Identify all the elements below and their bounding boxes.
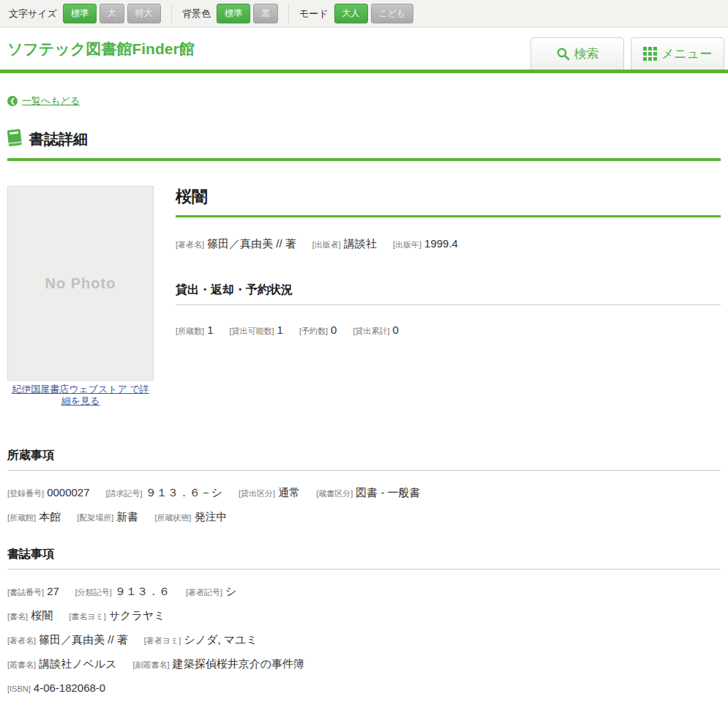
biblio-value: シ [225, 584, 236, 599]
search-icon [556, 47, 570, 61]
font-size-option-button[interactable]: 標準 [63, 4, 97, 23]
font-size-options: 標準 大 特大 [63, 4, 161, 23]
book-icon [7, 128, 23, 150]
kinokuniya-store-link[interactable]: 紀伊国屋書店ウェブストア で詳細を見る [7, 384, 154, 407]
mode-label: モード [299, 7, 329, 20]
no-photo-text: No Photo [45, 275, 116, 292]
site-title: ソフテック図書館Finder館 [7, 39, 195, 59]
status-label: [予約数] [299, 324, 328, 338]
book-title: 桜闇 [176, 186, 721, 208]
biblio-value: 講談社ノベルス [39, 657, 116, 671]
biblio-label: [著者名] [7, 633, 36, 648]
biblio-value: ９１３．６ [115, 584, 170, 599]
mode-option-button[interactable]: こども [371, 4, 414, 23]
accessibility-toolbar: 文字サイズ 標準 大 特大 背景色 標準 黒 モード 大人 [0, 0, 728, 28]
biblio-section-title: 書誌事項 [7, 547, 721, 570]
page-title: 書誌詳細 [29, 130, 88, 149]
biblio-section: 書誌事項 [書誌番号] 27 [分類記号] ９１３．６ [著者記号] シ [書名… [7, 547, 721, 702]
biblio-pair: [書誌番号] 27 [7, 584, 59, 600]
holding-section-title: 所蔵事項 [7, 448, 721, 471]
font-size-option-button[interactable]: 大 [100, 4, 124, 23]
background-color-group: 背景色 標準 黒 [182, 4, 278, 23]
meta-pair: [出版者] 講談社 [312, 236, 377, 252]
menu-button[interactable]: メニュー [631, 37, 724, 70]
holding-section: 所蔵事項 [登録番号] 0000027 [請求記号] ９１３．６－シ [貸出区分… [7, 448, 721, 525]
menu-icon [643, 47, 657, 61]
holding-label: [登録番号] [7, 486, 44, 501]
holding-pair: [貸出区分] 通常 [239, 485, 300, 501]
search-button-label: 検索 [574, 45, 599, 62]
meta-value: 講談社 [344, 236, 377, 251]
holding-label: [配架場所] [77, 510, 113, 525]
holding-label: [貸出区分] [239, 486, 275, 501]
meta-label: [出版者] [312, 237, 341, 252]
holding-value: 新書 [116, 509, 138, 524]
status-label: [貸出可能数] [229, 324, 274, 338]
status-pair: [貸出累計] 0 [353, 323, 398, 338]
status-pair: [貸出可能数] 1 [229, 323, 282, 338]
status-label: [貸出累計] [353, 324, 389, 338]
holding-value: ９１３．６－シ [146, 485, 222, 500]
holding-pair: [所蔵館] 本館 [7, 509, 61, 525]
book-title-rule [176, 215, 721, 217]
biblio-label: [分類記号] [75, 585, 112, 600]
back-to-list-link[interactable]: 一覧へもどる [22, 94, 80, 108]
holding-value: 図書 - 一般書 [356, 485, 420, 500]
book-meta-row: [著者名] 篠田／真由美 // 著 [出版者] 講談社 [出版年] 1999.4 [176, 236, 721, 252]
back-arrow-icon: ❮ [7, 96, 18, 106]
biblio-value: シノダ, マユミ [184, 632, 257, 647]
biblio-label: [著者記号] [186, 585, 222, 600]
holding-value: 発注中 [194, 509, 227, 524]
status-value: 1 [207, 323, 213, 337]
biblio-value: 桜闇 [31, 608, 53, 623]
holding-label: [請求記号] [106, 486, 143, 501]
font-size-label: 文字サイズ [9, 7, 57, 20]
book-cover-placeholder: No Photo [7, 186, 154, 381]
search-button[interactable]: 検索 [530, 37, 624, 70]
mode-group: モード 大人 こども [299, 4, 413, 23]
holding-pair: [請求記号] ９１３．６－シ [106, 485, 222, 501]
biblio-value: 27 [47, 584, 59, 599]
mode-option-button[interactable]: 大人 [334, 4, 368, 23]
biblio-row: [書誌番号] 27 [分類記号] ９１３．６ [著者記号] シ [7, 584, 721, 600]
biblio-pair: [ISBN] 4-06-182068-0 [7, 681, 105, 696]
book-info-column: 桜闇 [著者名] 篠田／真由美 // 著 [出版者] 講談社 [出版年] 199… [176, 186, 721, 407]
meta-pair: [著者名] 篠田／真由美 // 著 [176, 236, 296, 252]
menu-button-label: メニュー [661, 45, 712, 62]
background-color-option-button[interactable]: 黒 [253, 4, 278, 23]
biblio-value: 建築探偵桜井京介の事件簿 [173, 657, 304, 671]
holding-label: [所蔵館] [7, 510, 36, 525]
biblio-value: 篠田／真由美 // 著 [39, 632, 128, 647]
meta-value: 篠田／真由美 // 著 [207, 236, 296, 251]
status-value: 0 [331, 323, 337, 337]
biblio-row: [著者名] 篠田／真由美 // 著 [著者ヨミ] シノダ, マユミ [7, 632, 721, 648]
biblio-value: サクラヤミ [109, 608, 165, 623]
font-size-option-button[interactable]: 特大 [127, 4, 161, 23]
biblio-row: [叢書名] 講談社ノベルス [副叢書名] 建築探偵桜井京介の事件簿 [7, 657, 721, 672]
biblio-row: [ISBN] 4-06-182068-0 [7, 681, 721, 696]
biblio-label: [著者ヨミ] [144, 633, 181, 648]
biblio-pair: [叢書名] 講談社ノベルス [7, 657, 117, 672]
biblio-pair: [分類記号] ９１３．６ [75, 584, 170, 600]
backlink-row: ❮ 一覧へもどる [7, 95, 728, 107]
book-detail-main: No Photo 紀伊国屋書店ウェブストア で詳細を見る 桜闇 [著者名] 篠田… [7, 186, 721, 407]
holding-label: [蔵書区分] [316, 486, 353, 501]
font-size-group: 文字サイズ 標準 大 特大 [9, 4, 161, 23]
background-color-option-button[interactable]: 標準 [217, 4, 250, 23]
background-color-options: 標準 黒 [217, 4, 278, 23]
status-pair: [所蔵数] 1 [176, 323, 213, 338]
book-cover-column: No Photo 紀伊国屋書店ウェブストア で詳細を見る [7, 186, 154, 407]
holding-row: [所蔵館] 本館 [配架場所] 新書 [所蔵状態] 発注中 [7, 509, 721, 525]
page-title-row: 書誌詳細 [7, 129, 721, 161]
holding-pair: [登録番号] 0000027 [7, 485, 90, 501]
holding-row: [登録番号] 0000027 [請求記号] ９１３．６－シ [貸出区分] 通常 … [7, 485, 721, 501]
biblio-label: [書名ヨミ] [69, 609, 106, 624]
header-buttons: 検索 メニュー [530, 37, 724, 70]
biblio-pair: [書名ヨミ] サクラヤミ [69, 608, 165, 624]
holding-pair: [蔵書区分] 図書 - 一般書 [316, 485, 420, 501]
biblio-label: [ISBN] [7, 682, 31, 696]
toolbar-divider [171, 4, 172, 23]
meta-value: 1999.4 [424, 236, 458, 251]
holding-value: 本館 [39, 509, 61, 524]
status-value: 0 [393, 323, 399, 337]
